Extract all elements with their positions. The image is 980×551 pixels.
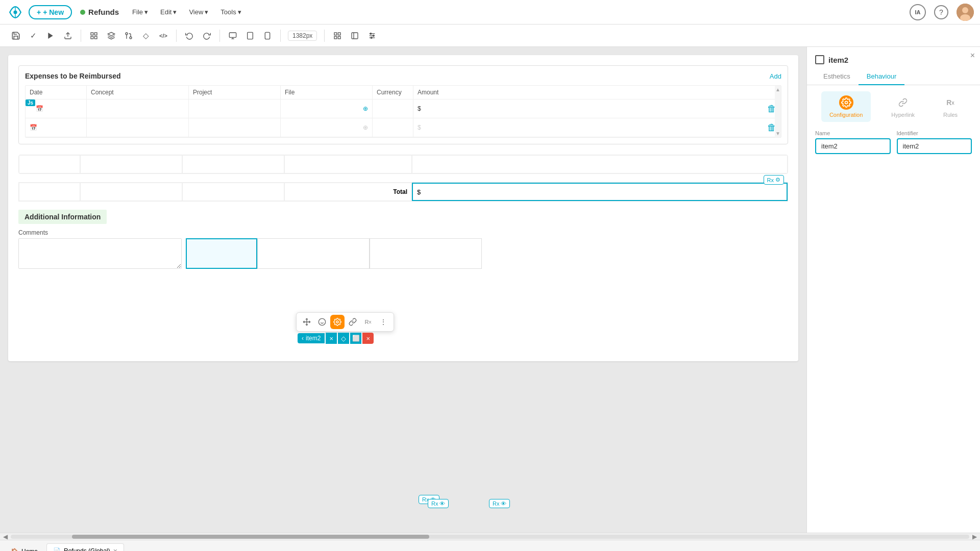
empty-cell[interactable] [80,155,182,173]
scroll-indicator: ▲ ▼ [775,86,781,137]
menu-file[interactable]: File ▾ [127,6,153,18]
panel-header: item2 [807,47,980,68]
total-label: Total [284,183,412,201]
help-icon[interactable]: ? [934,5,948,19]
empty-cell[interactable] [182,155,284,173]
subtab-hyperlink[interactable]: Hyperlink [883,91,923,122]
svg-rect-26 [352,33,358,39]
empty-cell[interactable] [19,155,80,173]
sliders-button[interactable] [364,28,380,43]
close-tab-icon[interactable]: × [113,547,117,551]
move-icon[interactable] [300,315,314,329]
additional-cell-2[interactable] [257,238,370,269]
save-button[interactable] [8,28,23,43]
config-icon[interactable] [330,315,345,329]
total-section: Rx ⚙ Total $ [18,182,788,202]
smile-icon[interactable] [315,315,329,329]
diamond-button[interactable]: ◇ [138,28,154,43]
app-logo [6,3,24,21]
menu-tools[interactable]: Tools ▾ [215,6,246,18]
tablet-view-button[interactable] [242,28,258,43]
td-file-2[interactable]: ⊕ [281,118,373,137]
tab-esthetics[interactable]: Esthetics [815,68,859,85]
plus-icon: + [37,8,41,16]
scroll-thumb[interactable] [72,535,429,539]
additional-cell-selected[interactable] [186,238,257,269]
panel-close-button[interactable]: × [970,51,975,60]
name-input[interactable] [815,138,891,154]
rx-icon-ft[interactable]: Rx [361,315,375,329]
td-project-2[interactable] [189,118,281,137]
total-cell-3[interactable] [182,183,284,201]
layers-button[interactable] [104,28,119,43]
item-tag-delete-btn[interactable]: × [362,333,374,344]
scroll-right-arrow[interactable]: ▶ [969,533,980,540]
add-link[interactable]: Add [770,72,781,80]
item-tag-close-btn[interactable]: × [326,333,337,344]
undo-button[interactable] [182,28,197,43]
ia-badge[interactable]: IA [910,4,926,20]
link-icon-ft[interactable] [346,315,360,329]
export-button[interactable] [60,28,76,43]
td-amount-1[interactable]: $ 🗑 [413,99,781,118]
svg-rect-10 [94,36,97,39]
total-amount[interactable]: $ [412,183,788,201]
more-icon-ft[interactable]: ⋮ [376,315,390,329]
td-concept-2[interactable] [87,118,189,137]
svg-rect-9 [91,36,93,39]
mobile-view-button[interactable] [260,28,275,43]
canvas-width[interactable]: 1382px [288,31,317,41]
tab-behaviour[interactable]: Behaviour [859,68,905,85]
rx-badge-2[interactable]: Rx 👁 [428,499,449,508]
empty-cell[interactable] [284,155,412,173]
menu-view[interactable]: View ▾ [184,6,213,18]
panel-view-button[interactable] [347,28,362,43]
td-concept-1[interactable] [87,99,189,118]
td-currency-2[interactable] [373,118,413,137]
item-tag-diamond-btn[interactable]: ◇ [338,333,349,344]
branch-button[interactable] [121,28,136,43]
total-cell-2[interactable] [80,183,182,201]
user-avatar[interactable] [957,4,974,21]
code-button[interactable]: </> [156,28,171,43]
additional-cell-3[interactable] [370,238,482,269]
td-date-2[interactable]: 📅 [26,118,87,137]
td-project-1[interactable] [189,99,281,118]
total-cell-1[interactable] [19,183,80,201]
svg-point-33 [371,37,373,38]
menu-edit[interactable]: Edit ▾ [155,6,182,18]
check-button[interactable]: ✓ [26,28,41,43]
comments-label: Comments [18,229,788,236]
identifier-input[interactable] [897,138,972,154]
empty-cell[interactable] [412,155,788,173]
sep1 [81,30,81,42]
item-tag-prev[interactable]: ‹ item2 [298,333,325,343]
sep3 [219,30,220,42]
tab-refunds[interactable]: 📄 Refunds (Global) × [46,543,124,551]
td-file-1[interactable]: ⊕ [281,99,373,118]
subtab-rules[interactable]: Rx Rules [935,91,966,122]
rx-badge-3[interactable]: Rx 👁 [489,499,510,508]
chevron-left-icon: ‹ [302,335,304,342]
name-field-row: Name Identifier [815,130,972,154]
desktop-view-button[interactable] [225,28,240,43]
play-button[interactable] [43,28,58,43]
dollar-sign-1: $ [418,105,421,112]
right-panel: × item2 Esthetics Behaviour Configuratio… [806,47,980,533]
tab-home[interactable]: 🏠 Home [4,544,44,551]
redo-button[interactable] [199,28,214,43]
table-row: Js 📅 ⊕ $ 🗑 [26,99,781,118]
components-button[interactable] [86,28,102,43]
item-tag-copy-btn[interactable]: ⬜ [350,333,361,344]
comments-textarea[interactable] [18,238,182,269]
subtab-configuration[interactable]: Configuration [821,91,871,122]
scroll-left-arrow[interactable]: ◀ [0,533,11,540]
new-button[interactable]: + + New [29,5,72,19]
td-currency-1[interactable] [373,99,413,118]
sep4 [280,30,281,42]
sep2 [176,30,177,42]
total-row: Total $ [18,182,788,202]
td-amount-2[interactable]: $ 🗑 [413,118,781,137]
identifier-field-group: Identifier [897,130,972,154]
grid-view-button[interactable] [330,28,345,43]
